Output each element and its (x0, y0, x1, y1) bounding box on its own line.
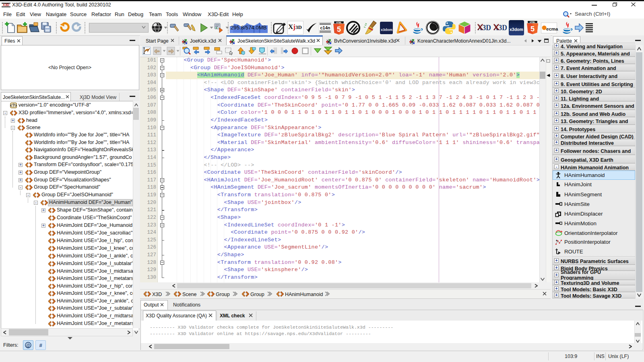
svg-text:5: 5 (337, 25, 341, 33)
svg-text:HTML: HTML (336, 22, 342, 24)
svg-text:HTML: HTML (530, 21, 535, 23)
svg-text:<?>: <?> (10, 103, 17, 108)
svg-text:@: @ (26, 343, 30, 348)
svg-text:#: # (39, 342, 42, 348)
svg-text:c14n: c14n (320, 25, 330, 30)
svg-text:X3D: X3D (3, 3, 10, 7)
svg-text:5: 5 (530, 25, 535, 33)
